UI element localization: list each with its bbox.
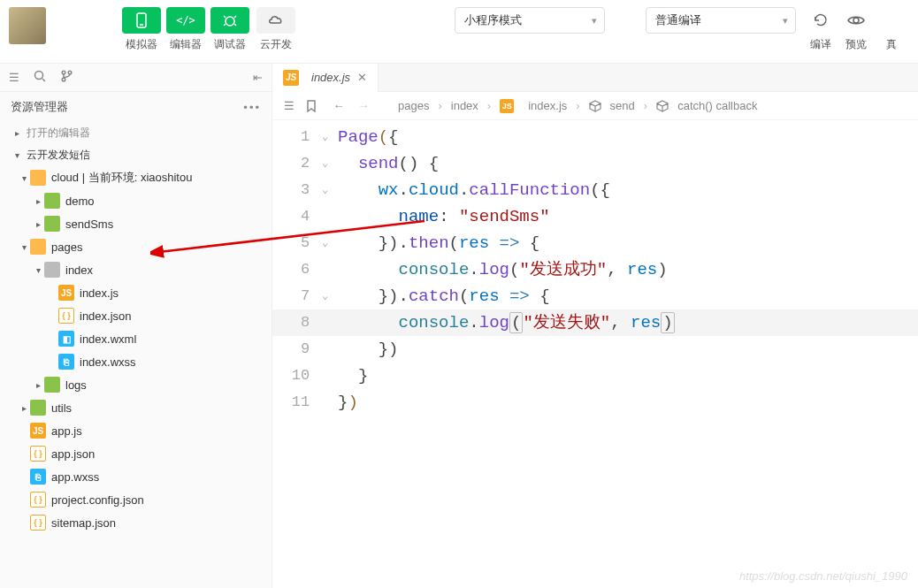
tree-item-label: index.wxml <box>80 332 136 346</box>
mode-dropdown[interactable]: 小程序模式 <box>455 7 605 34</box>
tree-item[interactable]: ◧index.wxml <box>0 327 272 350</box>
tree-item[interactable]: ▾cloud | 当前环境: xiaoshitou <box>0 166 272 189</box>
code-line[interactable]: 7⌄ }).catch(res => { <box>272 283 918 309</box>
code-line[interactable]: 11}) <box>272 389 918 416</box>
more-icon[interactable]: ••• <box>243 101 261 114</box>
bookmark-icon[interactable] <box>306 100 322 112</box>
svg-line-3 <box>224 16 226 18</box>
folder-o-icon <box>30 239 46 255</box>
tree-item-label: index <box>65 263 93 277</box>
tree-item[interactable]: ▸logs <box>0 373 272 396</box>
editor-area: JS index.js ✕ ☰ ← → pages› index› JS ind… <box>272 64 918 588</box>
tree-item[interactable]: JSapp.js <box>0 419 272 442</box>
project-root-section[interactable]: ▾云开发发短信 <box>0 144 272 166</box>
outline-icon[interactable]: ☰ <box>281 99 297 112</box>
folder-gray-icon <box>44 262 60 278</box>
json-icon: { } <box>30 492 46 508</box>
tab-index-js[interactable]: JS index.js ✕ <box>272 64 379 92</box>
nav-back-icon[interactable]: ← <box>331 99 347 112</box>
folder-o-icon <box>30 170 46 186</box>
tree-item-label: index.json <box>80 309 132 323</box>
tree-item[interactable]: ▾index <box>0 258 272 281</box>
tree-item[interactable]: { }index.json <box>0 304 272 327</box>
crumb-file[interactable]: index.js <box>528 99 567 112</box>
svg-point-7 <box>853 18 859 23</box>
tree-item-label: utils <box>51 401 72 415</box>
sidebar-toolbar: ☰ ⇤ <box>0 64 272 92</box>
tree-item[interactable]: { }project.config.json <box>0 488 272 511</box>
debugger-label: 调试器 <box>210 37 249 52</box>
wxml-icon: ◧ <box>58 331 74 347</box>
code-line[interactable]: 9 }) <box>272 336 918 363</box>
code-line[interactable]: 3⌄ wx.cloud.callFunction({ <box>272 177 918 203</box>
tree-item-label: logs <box>65 378 87 392</box>
file-tree: ▾cloud | 当前环境: xiaoshitou▸demo▸sendSms▾p… <box>0 166 272 534</box>
svg-line-5 <box>224 24 226 26</box>
json-icon: { } <box>58 308 74 324</box>
json-icon: { } <box>30 446 46 462</box>
search-icon[interactable] <box>34 70 46 85</box>
svg-line-4 <box>234 16 236 18</box>
code-line[interactable]: 5⌄ }).then(res => { <box>272 230 918 256</box>
tree-item[interactable]: ▾pages <box>0 235 272 258</box>
json-icon: { } <box>30 515 46 531</box>
svg-line-6 <box>234 24 236 26</box>
crumb-catch[interactable]: catch() callback <box>677 99 757 112</box>
debugger-button[interactable] <box>210 7 249 34</box>
svg-line-9 <box>42 79 45 81</box>
tree-item-label: demo <box>65 195 95 208</box>
cube-icon <box>589 100 601 112</box>
cube-icon <box>656 100 669 112</box>
tree-item-label: cloud | 当前环境: xiaoshitou <box>51 170 192 186</box>
opened-editors-section[interactable]: ▸打开的编辑器 <box>0 122 272 144</box>
tree-item[interactable]: ▸utils <box>0 396 272 419</box>
tree-item[interactable]: { }sitemap.json <box>0 511 272 534</box>
tree-item[interactable]: ▸sendSms <box>0 212 272 235</box>
avatar[interactable] <box>9 7 46 44</box>
code-line[interactable]: 2⌄ send() { <box>272 150 918 177</box>
tree-item[interactable]: ⎘app.wxss <box>0 465 272 488</box>
code-line[interactable]: 6 console.log("发送成功", res) <box>272 256 918 283</box>
tree-item[interactable]: ⎘index.wxss <box>0 350 272 373</box>
js-icon: JS <box>58 285 74 301</box>
editor-button[interactable]: </> <box>166 7 205 34</box>
preview-button[interactable] <box>838 7 874 34</box>
crumb-index[interactable]: index <box>451 99 478 112</box>
crumb-send[interactable]: send <box>610 99 635 112</box>
sidebar: ☰ ⇤ 资源管理器 ••• ▸打开的编辑器 ▾云开发发短信 ▾cloud | 当… <box>0 64 272 588</box>
folder-g-icon <box>44 193 60 209</box>
cloud-dev-label: 云开发 <box>260 37 292 52</box>
code-line[interactable]: 10 } <box>272 363 918 389</box>
tree-item-label: pages <box>51 241 82 254</box>
tree-item[interactable]: { }app.json <box>0 442 272 465</box>
explorer-title: 资源管理器 <box>11 99 68 115</box>
folder-g-icon <box>44 216 60 232</box>
svg-point-2 <box>226 17 234 26</box>
tree-item-label: sitemap.json <box>51 516 116 530</box>
compile-dropdown[interactable]: 普通编译 <box>646 7 796 34</box>
code-line[interactable]: 1⌄Page({ <box>272 124 918 150</box>
crumb-pages[interactable]: pages <box>398 99 429 112</box>
branch-icon[interactable] <box>60 70 73 85</box>
close-icon[interactable]: ✕ <box>357 71 367 84</box>
collapse-icon[interactable]: ⇤ <box>253 71 263 84</box>
tree-item-label: app.js <box>51 424 82 438</box>
code-editor[interactable]: 1⌄Page({2⌄ send() {3⌄ wx.cloud.callFunct… <box>272 120 918 416</box>
js-icon: JS <box>500 99 514 113</box>
svg-point-10 <box>62 71 65 74</box>
list-icon[interactable]: ☰ <box>9 71 19 84</box>
editor-tabs: JS index.js ✕ <box>272 64 918 92</box>
tree-item[interactable]: JSindex.js <box>0 281 272 304</box>
simulator-button[interactable] <box>122 7 161 34</box>
preview-label: 预览 <box>838 37 874 52</box>
real-button[interactable] <box>874 7 909 34</box>
compile-button[interactable] <box>803 7 838 34</box>
code-line[interactable]: 4 name: "sendSms" <box>272 203 918 230</box>
tree-item[interactable]: ▸demo <box>0 189 272 212</box>
svg-point-11 <box>62 78 65 81</box>
code-line[interactable]: 8 console.log("发送失败", res) <box>272 309 918 336</box>
tree-item-label: index.js <box>80 286 119 300</box>
svg-point-12 <box>68 71 72 74</box>
cloud-dev-button[interactable] <box>256 7 295 34</box>
nav-fwd-icon[interactable]: → <box>356 99 371 112</box>
